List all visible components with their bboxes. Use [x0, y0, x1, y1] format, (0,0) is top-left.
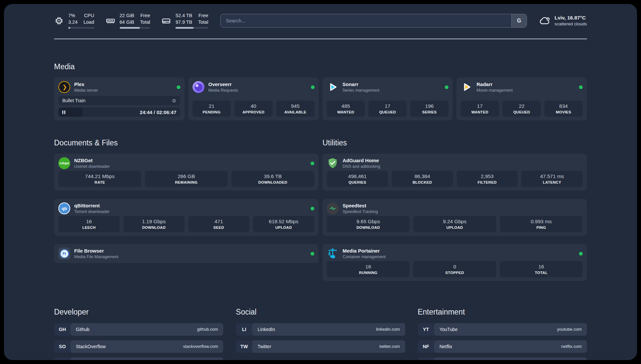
cpu-icon: [54, 16, 64, 26]
disk-total-value: 97.9 TB: [175, 19, 192, 26]
cpu-load-label: Load: [83, 19, 94, 26]
service-card-filebrowser[interactable]: File Browser Media File Management: [54, 244, 319, 263]
service-title: qBittorrent: [74, 203, 109, 208]
status-indicator: [177, 85, 180, 89]
dashboard-panel: 7% 3.24 CPU Load: [4, 4, 637, 360]
search-input[interactable]: [221, 14, 511, 27]
service-card-sonarr[interactable]: Sonarr Series management 485 WANTED 17 Q…: [322, 77, 453, 120]
status-indicator: [311, 162, 314, 165]
section-title-social: Social: [236, 308, 405, 317]
stat-box-download: 1.19 Gbps DOWNLOAD: [123, 216, 185, 232]
section-title-developer: Developer: [54, 308, 223, 317]
top-bar: 7% 3.24 CPU Load: [54, 13, 587, 29]
service-title: Radarr: [476, 81, 513, 87]
service-title: Sonarr: [343, 81, 380, 87]
link-abbr: SO: [54, 340, 71, 353]
stat-box-available: 945 AVAILABLE: [276, 101, 315, 117]
stat-box-queries: 498,461 QUERIES: [327, 171, 388, 187]
link-abbr: LI: [236, 323, 252, 336]
link-reddit[interactable]: RE Reddit reddit.com: [418, 357, 587, 360]
link-netflix[interactable]: NF Netflix netflix.com: [418, 340, 587, 353]
section-entertainment: Entertainment YT YouTube youtube.com NF …: [418, 301, 587, 360]
playback-progress-bar: 24:44 / 02:06:47: [58, 107, 180, 117]
service-card-speedtest[interactable]: Speedtest Speedtest Tracking 9.65 Gbps D…: [322, 199, 587, 236]
speedtest-icon: [327, 202, 339, 214]
weather-condition: scattered clouds: [555, 21, 587, 27]
service-card-adguard[interactable]: AdGuard Home DNS and adblocking 498,461 …: [322, 154, 587, 191]
service-card-overseerr[interactable]: Overseerr Media Requests 21 PENDING 40 A…: [188, 77, 319, 120]
search-box: G: [220, 14, 527, 28]
stat-box-wanted: 17 WANTED: [461, 101, 499, 117]
service-subtitle: Torrent downloader: [74, 209, 109, 214]
section-title-documents: Documents & Files: [54, 138, 319, 147]
search-engine-button[interactable]: G: [511, 14, 527, 27]
service-title: Plex: [74, 81, 98, 87]
stat-box-rate: 744.21 Mbps RATE: [58, 171, 141, 187]
service-card-qbittorrent[interactable]: qb qBittorrent Torrent downloader 16: [54, 199, 319, 236]
cpu-load-value: 3.24: [68, 19, 77, 26]
service-card-plex[interactable]: Plex Media server Bullet Train 24:44 /: [54, 77, 185, 120]
stat-box-filtered: 2,953 FILTERED: [457, 171, 518, 187]
header-divider: [54, 39, 587, 39]
media-card-grid: Plex Media server Bullet Train 24:44 /: [54, 77, 587, 120]
disk-total-label: Total: [198, 19, 208, 26]
section-title-utilities: Utilities: [322, 138, 587, 147]
link-url: youtube.com: [557, 327, 582, 332]
link-github[interactable]: GH Github github.com: [54, 323, 223, 336]
adguard-icon: [327, 157, 339, 169]
service-subtitle: Usenet downloader: [74, 164, 110, 169]
qbittorrent-icon: qb: [58, 202, 70, 214]
link-url: linkedin.com: [376, 327, 400, 332]
service-subtitle: Movie management: [476, 88, 513, 93]
cloud-icon: [539, 15, 551, 27]
status-indicator: [445, 85, 448, 89]
section-media: Media Plex Media server Bullet Train: [54, 62, 587, 120]
cpu-usage-value: 7%: [68, 13, 77, 19]
cpu-progress-fill: [68, 27, 70, 29]
disk-free-value: 52.4 TB: [175, 13, 192, 19]
service-card-nzbget[interactable]: nzbget NZBGet Usenet downloader 744.21 M…: [54, 154, 319, 191]
stat-box-downloaded: 39.6 TB DOWNLOADED: [231, 171, 314, 187]
service-subtitle: DNS and adblocking: [343, 164, 380, 169]
stat-box-seed: 471 SEED: [188, 216, 250, 232]
ram-icon: [106, 16, 115, 26]
service-subtitle: Media server: [74, 88, 98, 93]
link-name: LinkedIn: [258, 327, 275, 332]
link-name: StackOverflow: [76, 344, 106, 349]
disk-progress-track: [175, 27, 208, 29]
plex-icon: [58, 81, 70, 93]
ram-free-label: Free: [140, 13, 150, 19]
link-url: stackoverflow.com: [183, 344, 218, 349]
section-documents: Documents & Files nzbget NZBGet Usenet d…: [54, 132, 319, 281]
disk-free-label: Free: [198, 13, 208, 19]
link-dev[interactable]: DT DEV dev.to: [54, 357, 223, 360]
ram-free-value: 22 GiB: [120, 13, 134, 19]
stat-box-series: 196 SERIES: [410, 101, 448, 117]
service-title: File Browser: [74, 248, 118, 254]
service-title: NZBGet: [74, 158, 110, 163]
stat-box-download: 9.65 Gbps DOWNLOAD: [327, 216, 410, 232]
sonarr-icon: [327, 81, 339, 93]
service-subtitle: Speedtest Tracking: [343, 209, 378, 214]
service-card-portainer[interactable]: Media Portainer Container management 16 …: [322, 244, 587, 281]
link-youtube[interactable]: YT YouTube youtube.com: [418, 323, 587, 336]
settings-icon[interactable]: [172, 98, 176, 103]
link-linkedin[interactable]: LI LinkedIn linkedin.com: [236, 323, 405, 336]
playback-elapsed-segment: [58, 107, 83, 117]
disk-progress-fill: [175, 27, 194, 29]
link-abbr: TW: [236, 340, 252, 353]
weather-location: Lviv, 16.87°C: [555, 15, 587, 21]
link-twitter[interactable]: TW Twitter twitter.com: [236, 340, 405, 353]
now-playing-bar: Bullet Train: [58, 96, 180, 105]
system-stats: 7% 3.24 CPU Load: [54, 13, 208, 29]
pause-icon: [62, 110, 65, 114]
ram-total-value: 64 GiB: [120, 19, 134, 26]
service-title: AdGuard Home: [343, 158, 380, 163]
weather-widget[interactable]: Lviv, 16.87°C scattered clouds: [539, 15, 587, 27]
service-subtitle: Media Requests: [208, 88, 238, 93]
service-card-radarr[interactable]: Radarr Movie management 17 WANTED 22 QUE…: [456, 77, 587, 120]
status-indicator: [579, 85, 583, 89]
link-name: Netflix: [440, 344, 452, 349]
link-stackoverflow[interactable]: SO StackOverflow stackoverflow.com: [54, 340, 223, 353]
overseerr-icon: [193, 81, 204, 93]
